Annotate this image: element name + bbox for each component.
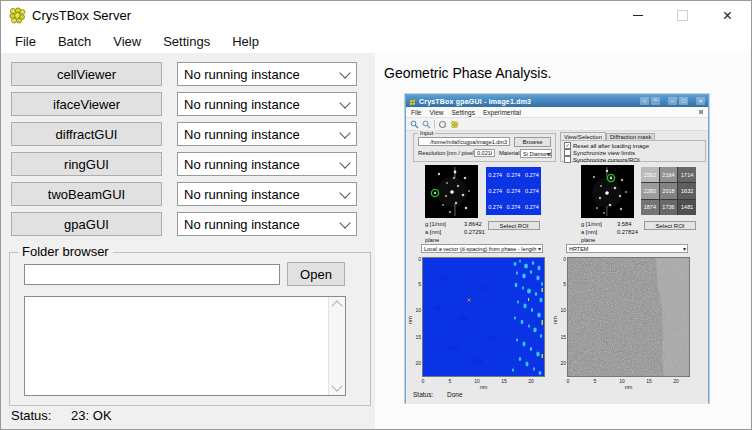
resolution-input[interactable] (474, 149, 495, 157)
gpagui-maximize-button[interactable]: □ (679, 97, 688, 105)
instance-select-value: No running instance (184, 157, 300, 172)
y-axis-label: nm (407, 316, 413, 324)
gpagui-status-bar: Status: Done (413, 391, 463, 398)
checkbox-icon[interactable] (564, 142, 571, 149)
instance-select-cellviewer[interactable]: No running instance (177, 62, 357, 86)
instance-select-gpagui[interactable]: No running instance (177, 212, 357, 236)
hrtem-plot[interactable]: 05101520 05101520 nm nm (567, 257, 690, 377)
instance-select-value: No running instance (184, 217, 300, 232)
folder-path-input[interactable] (24, 264, 280, 285)
folder-browser-group: Folder browser Open (9, 252, 371, 406)
tick-label: 10 (560, 307, 566, 313)
checkbox-icon[interactable] (564, 149, 571, 156)
option-label: Synchronize cursors/ROI (573, 157, 640, 163)
gpagui-window-controls: ○ ^ – □ × (640, 97, 705, 105)
gpagui-window: CrysTBox gpaGUI - Image1.dm3 ○ ^ – □ × F… (405, 94, 709, 403)
browse-button[interactable]: Browse (514, 137, 551, 147)
select-roi-button-right[interactable]: Select ROI (644, 221, 696, 230)
maximize-button[interactable] (660, 1, 705, 30)
instance-select-diffractgui[interactable]: No running instance (177, 122, 357, 146)
phase-map-plot[interactable]: 05101520 05101520 nm nm (422, 257, 545, 377)
a-value: 0.27824 (617, 229, 638, 235)
left-view-select-value: Local a vector (d-spacing) from phase - … (424, 246, 536, 252)
close-button[interactable]: × (705, 1, 750, 30)
x-axis-label: nm (625, 384, 633, 390)
menu-settings[interactable]: Settings (159, 32, 214, 51)
left-view-select[interactable]: Local a vector (d-spacing) from phase - … (421, 244, 543, 253)
image-path-input[interactable] (418, 137, 510, 146)
table-cell: 0.274 (486, 183, 504, 199)
d-spacing-table: 0.274 0.274 0.274 0.274 0.274 0.274 0.27… (486, 167, 541, 215)
window-controls: × (615, 1, 750, 30)
menu-batch[interactable]: Batch (54, 32, 95, 51)
table-cell: 2280 (641, 183, 659, 198)
menu-bar: File Batch View Settings Help (1, 30, 751, 53)
scroll-up-icon[interactable] (331, 300, 342, 311)
g-value: 3.584 (617, 221, 632, 227)
tick-label: 15 (560, 334, 566, 340)
chevron-down-icon (339, 157, 350, 168)
y-axis-ticks: 05101520 (560, 258, 568, 376)
resolution-label: Resolution [nm / pixel] (418, 150, 475, 156)
scroll-down-icon[interactable] (331, 380, 342, 391)
gpagui-rollup-icon[interactable]: ^ (651, 97, 660, 105)
gpagui-close-button[interactable]: × (696, 97, 705, 105)
tick-label: 5 (563, 281, 566, 287)
table-cell: 0.274 (523, 167, 541, 183)
y-axis-ticks: 05101520 (415, 258, 423, 376)
instance-select-twobeamgui[interactable]: No running instance (177, 182, 357, 206)
crystbox-logo-icon (9, 7, 26, 24)
table-cell: 1874 (641, 200, 659, 215)
option-sync-view-limits[interactable]: Synchronize view limits (564, 149, 705, 156)
instance-select-ifaceviewer[interactable]: No running instance (177, 92, 357, 116)
chevron-down-icon: ▾ (538, 245, 541, 253)
fft-image-left[interactable] (425, 165, 478, 218)
module-button-gpagui[interactable]: gpaGUI (11, 212, 162, 236)
tick-label: 5 (449, 378, 452, 384)
module-button-diffractgui[interactable]: diffractGUI (11, 122, 162, 146)
instance-select-ringgui[interactable]: No running instance (177, 152, 357, 176)
gpagui-status-label: Status: (413, 391, 433, 398)
plane-label: plane (581, 237, 595, 243)
chevron-down-icon: ▾ (683, 245, 686, 253)
chevron-down-icon (339, 127, 350, 138)
material-select[interactable]: Si Diamond ▾ (520, 149, 552, 158)
intensity-table: 2592 2164 1714 2280 2018 1632 1874 1736 … (641, 167, 696, 215)
menu-file[interactable]: File (11, 32, 40, 51)
gpa-caption: Geometric Phase Analysis. (384, 65, 551, 81)
right-view-select[interactable]: HRTEM ▾ (566, 244, 688, 253)
table-cell: 2164 (660, 167, 678, 182)
checkbox-icon[interactable] (564, 156, 571, 163)
option-reset-after-load[interactable]: Reset all after loading image (564, 142, 705, 149)
x-axis-label: nm (480, 384, 488, 390)
chevron-down-icon (339, 217, 350, 228)
fft-image-right[interactable] (581, 165, 634, 218)
module-button-ringgui[interactable]: ringGUI (11, 152, 162, 176)
g-value: 3.8642 (464, 221, 482, 227)
module-button-twobeamgui[interactable]: twoBeamGUI (11, 182, 162, 206)
table-cell: 0.274 (523, 183, 541, 199)
table-cell: 2592 (641, 167, 659, 182)
tick-label: 15 (646, 378, 652, 384)
x-axis-ticks: 05101520 (423, 376, 544, 383)
hrtem-image (568, 258, 689, 376)
gpagui-menu-experimental[interactable]: Experimental (483, 109, 521, 116)
gpagui-minimize-button[interactable]: – (668, 97, 677, 105)
listbox-scrollbar[interactable] (328, 297, 345, 395)
minimize-icon (633, 15, 643, 16)
minimize-button[interactable] (615, 1, 660, 30)
folder-listbox[interactable] (24, 296, 346, 396)
module-button-cellviewer[interactable]: cellViewer (11, 62, 162, 86)
select-roi-button-left[interactable]: Select ROI (488, 221, 540, 230)
option-sync-cursors-roi[interactable]: Synchronize cursors/ROI (564, 156, 705, 163)
folder-browser-label: Folder browser (18, 244, 113, 259)
close-icon: × (723, 8, 732, 24)
menu-help[interactable]: Help (228, 32, 263, 51)
module-button-ifaceviewer[interactable]: ifaceViewer (11, 92, 162, 116)
table-cell: 2018 (660, 183, 678, 198)
gpagui-settings-icon[interactable]: ○ (640, 97, 649, 105)
open-button[interactable]: Open (287, 262, 345, 286)
table-cell: 0.274 (486, 199, 504, 215)
g-label: g [1/nm] (425, 221, 446, 227)
menu-view[interactable]: View (109, 32, 145, 51)
